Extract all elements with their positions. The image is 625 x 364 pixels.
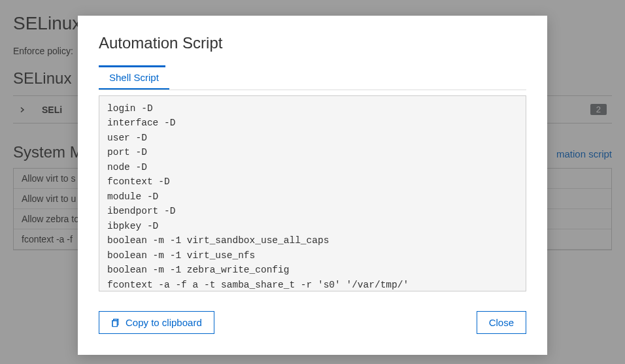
- modal-title: Automation Script: [99, 34, 526, 52]
- copy-to-clipboard-button[interactable]: Copy to clipboard: [99, 311, 214, 334]
- tab-shell-script[interactable]: Shell Script: [99, 67, 169, 90]
- modal-footer: Copy to clipboard Close: [99, 311, 526, 334]
- close-button[interactable]: Close: [477, 311, 526, 334]
- automation-script-modal: Automation Script Shell Script login -D …: [78, 16, 547, 355]
- copy-icon: [111, 318, 120, 327]
- modal-tabs: Shell Script: [99, 67, 526, 90]
- copy-button-label: Copy to clipboard: [126, 317, 202, 328]
- modal-overlay[interactable]: Automation Script Shell Script login -D …: [0, 0, 625, 364]
- close-button-label: Close: [489, 317, 514, 328]
- script-content-area[interactable]: login -D interface -D user -D port -D no…: [99, 95, 526, 291]
- svg-rect-1: [112, 320, 117, 326]
